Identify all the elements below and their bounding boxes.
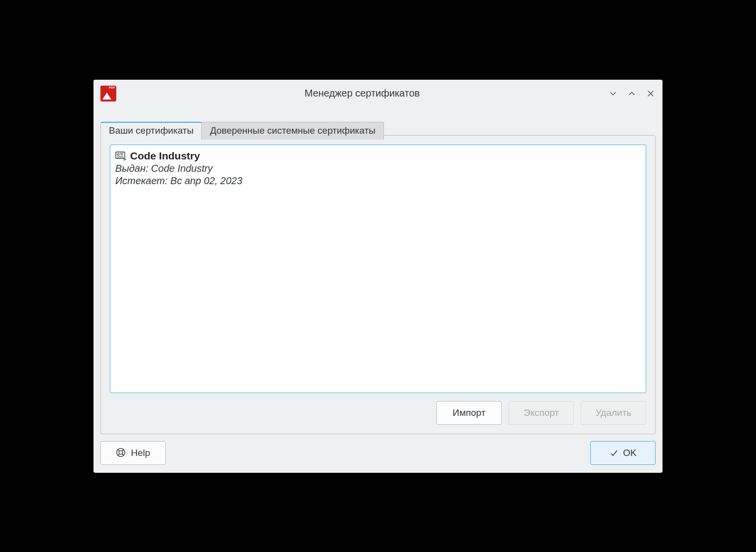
- chevron-down-icon: [609, 89, 617, 98]
- help-button[interactable]: Help: [100, 441, 166, 465]
- chevron-up-icon: [627, 89, 636, 98]
- maximize-button[interactable]: [627, 89, 637, 99]
- certificate-issued-by: Выдан: Code Industry: [115, 163, 641, 174]
- svg-point-3: [117, 153, 119, 155]
- button-label: Help: [131, 448, 150, 458]
- window-title: Менеджер сертификатов: [116, 88, 608, 99]
- titlebar: Менеджер сертификатов: [94, 80, 662, 107]
- svg-line-11: [118, 453, 120, 455]
- dialog-footer: Help OK: [100, 441, 656, 465]
- tab-your-certificates[interactable]: Ваши сертификаты: [100, 122, 202, 140]
- tab-label: Ваши сертификаты: [109, 125, 193, 136]
- export-button[interactable]: Экспорт: [509, 401, 574, 425]
- certificate-item[interactable]: Code Industry Выдан: Code Industry Истек…: [115, 150, 641, 187]
- window-controls: [608, 89, 656, 99]
- close-button[interactable]: [646, 89, 656, 99]
- certificate-expires: Истекает: Вс апр 02, 2023: [115, 175, 641, 187]
- button-label: Экспорт: [523, 407, 559, 418]
- certificate-icon: [115, 151, 127, 161]
- import-button[interactable]: Импорт: [436, 401, 502, 425]
- delete-button[interactable]: Удалить: [581, 401, 646, 425]
- ok-button[interactable]: OK: [590, 441, 656, 465]
- svg-point-8: [119, 451, 123, 454]
- dialog-content: Ваши сертификаты Доверенные системные се…: [94, 107, 662, 473]
- minimize-button[interactable]: [608, 89, 618, 99]
- close-icon: [646, 89, 655, 98]
- svg-line-10: [122, 449, 124, 451]
- tab-trusted-certificates[interactable]: Доверенные системные сертификаты: [201, 122, 383, 140]
- help-icon: [116, 448, 127, 458]
- certificate-name: Code Industry: [130, 150, 200, 162]
- svg-line-9: [118, 449, 120, 451]
- svg-line-12: [122, 453, 124, 455]
- certificate-manager-dialog: Менеджер сертификатов Ваши сертификаты Д…: [94, 80, 662, 473]
- button-label: Импорт: [453, 407, 485, 418]
- certificate-actions: Импорт Экспорт Удалить: [110, 401, 646, 425]
- tab-frame: Ваши сертификаты Доверенные системные се…: [100, 135, 656, 434]
- tab-label: Доверенные системные сертификаты: [210, 125, 375, 136]
- certificate-header: Code Industry: [115, 150, 641, 162]
- tab-bar: Ваши сертификаты Доверенные системные се…: [100, 122, 383, 140]
- button-label: Удалить: [596, 407, 632, 418]
- app-icon: [100, 86, 116, 101]
- certificate-list[interactable]: Code Industry Выдан: Code Industry Истек…: [110, 145, 646, 393]
- check-icon: [609, 448, 619, 458]
- button-label: OK: [623, 448, 636, 458]
